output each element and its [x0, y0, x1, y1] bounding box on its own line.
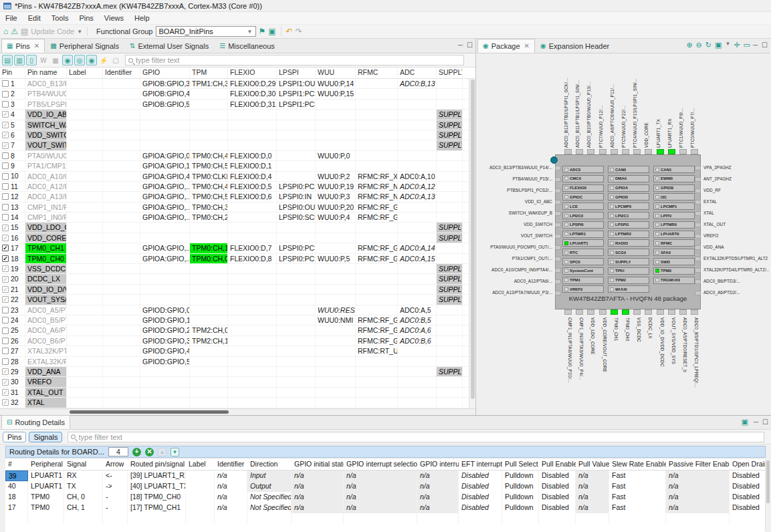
tab-pins[interactable]: ▦ Pins ✕ [1, 39, 45, 53]
pin-checkbox[interactable] [2, 358, 9, 365]
pin-row[interactable]: 12ADC0_A13/P...GPIOA:GPIO,...TPM0:CH,5FL… [0, 192, 475, 202]
package-pad-bottom[interactable] [645, 309, 652, 315]
package-pad-bottom[interactable] [587, 309, 594, 315]
pin-checkbox[interactable]: ✓ [2, 379, 9, 386]
maximize-pane-icon[interactable]: ☐ [762, 41, 768, 49]
routing-column-header[interactable]: Label [186, 459, 215, 470]
package-pad-right[interactable] [695, 291, 701, 295]
routing-column-header[interactable]: Arrow [103, 459, 128, 470]
settings-icon[interactable]: ✛ [734, 41, 740, 49]
pins-column-header-flexio[interactable]: FLEXIO [228, 68, 277, 78]
monitor-icon[interactable]: ▣ [742, 418, 748, 426]
package-pad-top[interactable] [587, 149, 594, 154]
close-icon[interactable]: ✕ [34, 42, 39, 49]
pin-checkbox[interactable]: ✓ [2, 245, 9, 251]
pin-row[interactable]: ✓29VDD_ANASUPPLY: [0, 367, 475, 377]
routing-column-header[interactable]: GPIO interrupt selection [344, 459, 417, 470]
pin-checkbox[interactable] [2, 80, 9, 87]
package-pad-right[interactable] [695, 223, 701, 227]
edit-box-icon[interactable]: ▢ [110, 55, 121, 65]
package-pad-top[interactable] [679, 149, 687, 154]
chevron-down-icon[interactable]: ▼ [725, 41, 730, 49]
package-pad-bottom[interactable] [599, 309, 607, 315]
package-pad-top[interactable] [668, 149, 675, 154]
package-pad-right[interactable] [695, 211, 701, 216]
pins-column-header-rfmc[interactable]: RFMC [356, 68, 398, 78]
close-icon[interactable]: ✕ [524, 42, 530, 49]
routing-row[interactable]: 18TPM0CH, 0-[18] TPM0_CH0n/aNot Specifie… [5, 492, 766, 503]
package-pad-bottom[interactable] [633, 309, 641, 315]
package-pad-bottom[interactable] [611, 309, 618, 315]
package-pad-top[interactable] [622, 149, 629, 154]
routing-column-header[interactable]: Pull Enable [539, 459, 576, 470]
pins-column-header-lpspi[interactable]: LPSPI [277, 68, 316, 78]
pin-checkbox[interactable] [2, 101, 9, 108]
routing-column-header[interactable]: Pull Value [576, 459, 609, 470]
pin-row[interactable]: ✓30VREFO [0, 377, 475, 387]
peripheral-block-cmc0[interactable]: CMC0 [562, 175, 604, 182]
show-peripherals-toggle-icon[interactable]: ▥ [14, 55, 25, 65]
peripheral-block-dma0[interactable]: DMA0 [608, 175, 649, 182]
redo-icon[interactable]: ↷ [296, 27, 302, 36]
update-code-dropdown-icon[interactable]: ▼ [77, 29, 82, 35]
pin-row[interactable]: 28EXTAL32K/P...GPIOD:GPIO,5 [0, 357, 475, 367]
pin-checkbox[interactable]: ✓ [2, 122, 9, 128]
show-routed-toggle-icon[interactable]: ◉ [62, 55, 73, 65]
peripheral-block-lptmr2[interactable]: LPTMR2 [608, 231, 649, 238]
peripheral-block-rtc[interactable]: RTC [562, 249, 604, 256]
problems-warning-icon[interactable]: ⚠ [11, 27, 18, 36]
pin-row[interactable]: 9PTA1/CMP1_...GPIOA:GPIO,1TPM0:CH,5FLEXI… [0, 161, 475, 171]
pin-row[interactable]: ✓6VDD_SWITCHSUPPLY: [0, 130, 475, 140]
routing-column-header[interactable]: Slew Rate Enable [609, 459, 666, 470]
pin-row[interactable]: ✓22VOUT_SYS/V...SUPPLY: [0, 295, 475, 305]
add-route-icon[interactable]: + [132, 448, 141, 456]
pin-row[interactable]: ✓21VDD_IO_D/V...SUPPLY: [0, 285, 475, 295]
package-pad-top[interactable] [599, 149, 607, 154]
package-pad-top[interactable] [633, 149, 641, 154]
package-pad-top[interactable] [645, 149, 652, 154]
menu-views[interactable]: Views [99, 14, 129, 22]
package-pad-right[interactable] [695, 245, 701, 250]
pin-row[interactable]: ✓16VDD_CORE/...SUPPLY: [0, 233, 475, 243]
monitor-icon[interactable]: ▣ [268, 27, 276, 36]
zoom-in-icon[interactable]: ⊕ [686, 41, 692, 49]
package-pad-right[interactable] [695, 166, 701, 170]
package-pad-left[interactable] [555, 200, 561, 205]
chevron-up-icon[interactable]: ▲ [158, 448, 167, 456]
power-icon[interactable]: ⚡ [98, 55, 109, 65]
minimize-pane-icon[interactable]: ─ [753, 41, 758, 49]
tab-routing-details[interactable]: ⊟ Routing Details [1, 415, 70, 429]
routing-row[interactable]: 39LPUART1RX<-[39] LPUART1_RXn/aInputn/an… [5, 471, 766, 481]
chevron-down-icon[interactable]: ▼ [171, 448, 179, 456]
routing-column-header[interactable]: EFT interrupt [459, 459, 502, 470]
peripheral-block-lpi2c1[interactable]: LPI2C1 [608, 212, 649, 219]
pin-checkbox[interactable] [2, 204, 9, 211]
tab-peripheral-signals[interactable]: ▩ Peripheral Signals [45, 39, 124, 53]
peripheral-block-lpspi1[interactable]: LPSPI1 [608, 221, 649, 229]
pin-row[interactable]: 27XTAL32K/PT...GPIOD:GPIO,4RFMC:RT_UA... [0, 346, 475, 356]
pin-row[interactable]: 26ADC0_B6/PT...GPIOD:GPIO,3TPM2:CH,1RFMC… [0, 336, 475, 346]
routing-column-header[interactable]: # [5, 459, 28, 470]
export-image-icon[interactable]: ▣ [715, 41, 722, 49]
pin-row[interactable]: 25ADC0_A6/PT...GPIOD:GPIO,2TPM2:CH,0RFMC… [0, 325, 475, 336]
pin-checkbox[interactable] [2, 193, 9, 200]
pins-column-header-pin[interactable]: Pin [0, 68, 25, 78]
pins-column-header-wuu[interactable]: WUU [316, 68, 356, 78]
peripheral-block-adc0[interactable]: ADC0 [562, 166, 604, 173]
package-pad-right[interactable] [695, 200, 701, 205]
pin-checkbox[interactable] [2, 173, 9, 180]
routing-count-input[interactable]: 4 [108, 447, 128, 456]
pin-checkbox[interactable]: ✓ [2, 235, 9, 241]
pin-checkbox[interactable]: ✓ [2, 286, 9, 293]
peripheral-block-systemcont[interactable]: SystemCont [562, 267, 604, 275]
package-filter-icon[interactable]: ▦ [50, 55, 61, 65]
peripheral-block-flexio0[interactable]: FLEXIO0 [562, 184, 604, 192]
pin-row[interactable]: 8PTA0/WUU0_...GPIOA:GPIO,0TPM0:CH,4FLEXI… [0, 151, 475, 161]
show-unrouted-toggle-icon[interactable]: ◉ [86, 55, 97, 65]
package-pad-left[interactable] [555, 257, 561, 261]
package-pad-left[interactable] [555, 234, 561, 239]
peripheral-block-lpcmp0[interactable]: LPCMP0 [608, 203, 649, 210]
functional-group-select[interactable]: BOARD_InitPins ▼ [156, 26, 256, 37]
undo-icon[interactable]: ↶ [286, 27, 293, 36]
minimize-pane-icon[interactable]: ─ [458, 41, 463, 49]
